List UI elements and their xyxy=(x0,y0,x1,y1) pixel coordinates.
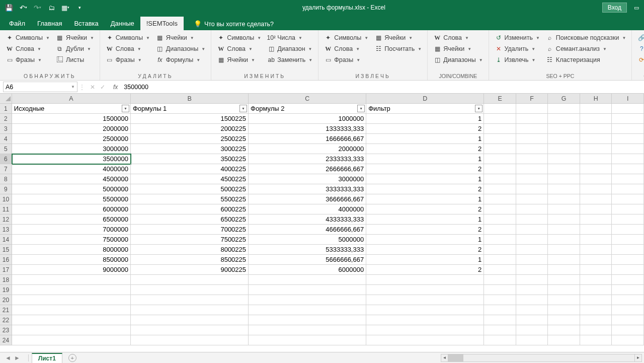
cell[interactable] xyxy=(249,275,366,285)
column-header[interactable]: E xyxy=(484,94,516,103)
cell[interactable]: 8500225 xyxy=(131,255,249,265)
row-header[interactable]: 16 xyxy=(0,255,12,265)
cell[interactable] xyxy=(548,295,580,305)
filter-dropdown-icon[interactable]: ▼ xyxy=(357,105,365,112)
ribbon-button[interactable]: ✕Удалить▼ xyxy=(492,43,542,54)
cell[interactable] xyxy=(12,315,131,325)
cell[interactable] xyxy=(548,225,580,235)
cell[interactable]: 1500225 xyxy=(131,114,249,124)
column-header[interactable]: A xyxy=(12,94,131,103)
cell[interactable] xyxy=(580,325,612,335)
cell[interactable] xyxy=(366,315,484,325)
cell[interactable]: 2 xyxy=(366,245,484,255)
cell[interactable] xyxy=(12,285,131,295)
cell[interactable]: 2 xyxy=(366,204,484,214)
cell[interactable] xyxy=(516,315,548,325)
cell[interactable]: 4000225 xyxy=(131,164,249,174)
cell[interactable] xyxy=(516,235,548,245)
tab-!semtools[interactable]: !SEMTools xyxy=(140,17,184,30)
cell[interactable] xyxy=(580,104,612,114)
cell[interactable]: 2 xyxy=(366,124,484,134)
cell[interactable] xyxy=(484,124,516,134)
ribbon-button[interactable]: ☷Посчитать▼ xyxy=(372,43,424,54)
column-header[interactable]: G xyxy=(548,94,580,103)
ribbon-button[interactable]: ◫Диапазоны▼ xyxy=(431,54,485,65)
cell[interactable] xyxy=(548,184,580,194)
tab-файл[interactable]: Файл xyxy=(3,17,31,30)
cell[interactable] xyxy=(548,114,580,124)
cell[interactable] xyxy=(516,295,548,305)
cell[interactable]: 2 xyxy=(366,265,484,275)
cell[interactable] xyxy=(516,104,548,114)
tab-главная[interactable]: Главная xyxy=(31,17,68,30)
cell[interactable]: 1500000 xyxy=(12,114,131,124)
cell[interactable]: 1 xyxy=(366,214,484,225)
cell[interactable] xyxy=(612,164,644,174)
ribbon-button[interactable]: ✦Символы▼ xyxy=(214,32,264,43)
cell[interactable] xyxy=(516,124,548,134)
cell[interactable] xyxy=(580,235,612,245)
cell[interactable] xyxy=(484,154,516,164)
cell[interactable]: 6000225 xyxy=(131,204,249,214)
cell[interactable]: 2 xyxy=(366,184,484,194)
cell[interactable]: 2333333,333 xyxy=(249,154,366,164)
ribbon-button[interactable]: ⌕Семант.анализ▼ xyxy=(543,43,628,54)
cell[interactable] xyxy=(612,134,644,144)
sheet-nav[interactable]: ◄► xyxy=(0,354,25,361)
cell[interactable]: 2500225 xyxy=(131,134,249,144)
column-header[interactable]: B xyxy=(131,94,249,103)
cell[interactable] xyxy=(612,335,644,345)
cell[interactable] xyxy=(612,124,644,134)
cell[interactable] xyxy=(580,214,612,225)
chevron-down-icon[interactable]: ▼ xyxy=(71,85,75,89)
cell[interactable] xyxy=(580,174,612,184)
sheet-tab[interactable]: Лист1 xyxy=(32,353,62,363)
column-header[interactable]: F xyxy=(516,94,548,103)
cell[interactable] xyxy=(612,285,644,295)
qat-customize-icon[interactable]: ▾ xyxy=(73,2,86,13)
cell[interactable] xyxy=(548,214,580,225)
cell[interactable] xyxy=(516,325,548,335)
cell[interactable] xyxy=(516,204,548,214)
cell[interactable] xyxy=(249,295,366,305)
ribbon-button[interactable]: ▦Ячейки▼ xyxy=(214,54,264,65)
cell[interactable] xyxy=(612,104,644,114)
row-header[interactable]: 3 xyxy=(0,124,12,134)
cell[interactable] xyxy=(516,305,548,315)
ribbon-button[interactable]: ✦Символы▼ xyxy=(321,32,371,43)
cell[interactable] xyxy=(131,305,249,315)
cell[interactable] xyxy=(580,124,612,134)
row-header[interactable]: 15 xyxy=(0,245,12,255)
cell[interactable]: 1 xyxy=(366,134,484,144)
row-header[interactable]: 6 xyxy=(0,154,12,164)
cell[interactable] xyxy=(484,194,516,204)
cell[interactable]: Формулы 2▼ xyxy=(249,104,366,114)
cell[interactable] xyxy=(548,285,580,295)
ribbon-button[interactable]: ⌕Поисковые подсказки▼ xyxy=(543,32,628,43)
cell[interactable]: 5666666,667 xyxy=(249,255,366,265)
row-header[interactable]: 24 xyxy=(0,335,12,345)
row-header[interactable]: 1 xyxy=(0,104,12,114)
cell[interactable] xyxy=(612,174,644,184)
row-header[interactable]: 8 xyxy=(0,174,12,184)
cell[interactable]: 9000000 xyxy=(12,265,131,275)
cell[interactable] xyxy=(612,194,644,204)
prev-sheet-icon[interactable]: ◄ xyxy=(5,354,11,361)
filter-dropdown-icon[interactable]: ▼ xyxy=(239,105,247,112)
filter-dropdown-icon[interactable]: ▼ xyxy=(122,105,129,112)
cell[interactable] xyxy=(484,184,516,194)
cell[interactable] xyxy=(548,144,580,154)
cell[interactable] xyxy=(548,104,580,114)
row-header[interactable]: 14 xyxy=(0,235,12,245)
cell[interactable] xyxy=(580,295,612,305)
cell[interactable] xyxy=(548,265,580,275)
formula-input[interactable]: 3500000 xyxy=(121,84,644,91)
column-header[interactable]: C xyxy=(249,94,366,103)
cell[interactable]: 4500000 xyxy=(12,174,131,184)
cell[interactable] xyxy=(484,295,516,305)
cell[interactable] xyxy=(484,265,516,275)
cell[interactable]: 2 xyxy=(366,225,484,235)
cell[interactable] xyxy=(548,154,580,164)
cell[interactable] xyxy=(366,325,484,335)
row-header[interactable]: 12 xyxy=(0,214,12,225)
